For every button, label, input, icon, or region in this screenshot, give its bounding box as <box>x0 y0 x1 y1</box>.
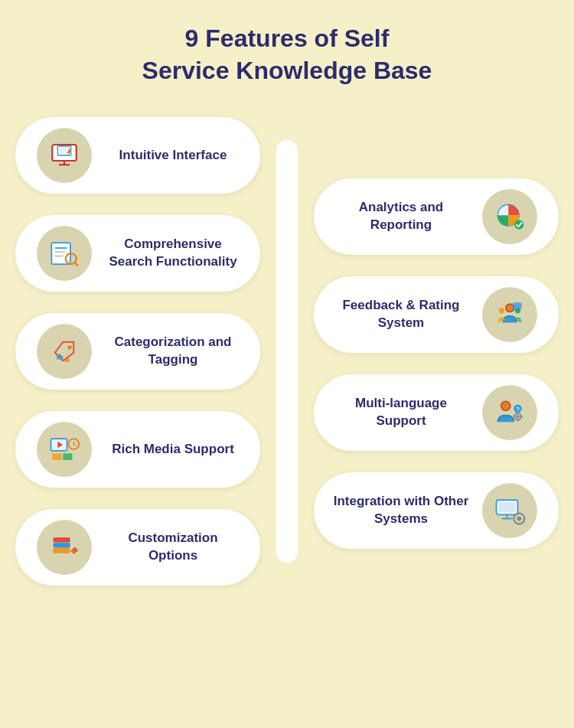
svg-rect-41 <box>499 503 515 512</box>
svg-rect-17 <box>63 453 72 460</box>
desktop-icon <box>48 139 80 171</box>
center-spine <box>276 140 298 563</box>
card-comprehensive-search: Comprehensive Search Functionality <box>15 215 260 292</box>
svg-line-10 <box>75 263 78 266</box>
svg-point-33 <box>516 415 519 418</box>
card-categorization: Categorization and Tagging <box>15 313 260 390</box>
svg-point-28 <box>499 308 504 313</box>
right-column: Analytics and Reporting Feedback & R <box>314 117 559 549</box>
label-intuitive-interface: Intuitive Interface <box>99 147 246 165</box>
label-integration: Integration with Other Systems <box>328 493 475 528</box>
search-icon <box>48 237 80 269</box>
label-analytics: Analytics and Reporting <box>328 199 475 234</box>
card-intuitive-interface: Intuitive Interface <box>15 117 260 194</box>
customize-icon <box>48 531 80 563</box>
label-feedback: Feedback & Rating System <box>328 297 475 332</box>
left-column: Intuitive Interface Comprehensive Search… <box>15 117 260 586</box>
label-rich-media: Rich Media Support <box>99 441 246 459</box>
svg-point-4 <box>68 149 71 152</box>
icon-circle-tag <box>37 324 92 379</box>
card-customization: Customization Options <box>15 509 260 586</box>
card-analytics: Analytics and Reporting <box>314 178 559 255</box>
page-title: 9 Features of Self Service Knowledge Bas… <box>142 23 432 87</box>
icon-circle-feedback <box>482 287 537 342</box>
svg-rect-22 <box>54 544 70 547</box>
label-categorization: Categorization and Tagging <box>99 334 246 369</box>
svg-rect-23 <box>54 549 70 553</box>
svg-point-11 <box>67 345 71 349</box>
media-icon <box>48 433 80 465</box>
svg-rect-12 <box>57 355 64 359</box>
svg-rect-16 <box>52 453 61 460</box>
svg-rect-5 <box>51 243 70 264</box>
svg-text:?: ? <box>516 406 520 413</box>
icon-circle-media <box>37 422 92 477</box>
integration-icon <box>494 495 526 527</box>
tag-icon <box>48 335 80 367</box>
svg-point-31 <box>501 401 510 410</box>
svg-line-52 <box>523 514 523 515</box>
svg-rect-21 <box>54 538 70 542</box>
svg-line-20 <box>73 444 76 446</box>
icon-circle-search <box>37 226 92 281</box>
icon-circle-analytics <box>482 189 537 244</box>
label-customization: Customization Options <box>99 530 246 565</box>
icon-circle-language: ? <box>482 385 537 440</box>
svg-point-45 <box>517 517 521 521</box>
chart-icon <box>494 201 526 233</box>
svg-rect-13 <box>64 358 70 362</box>
feedback-icon <box>494 299 526 331</box>
card-rich-media: Rich Media Support <box>15 411 260 488</box>
icon-circle-integration <box>482 483 537 538</box>
language-icon: ? <box>494 397 526 429</box>
icon-circle-customize <box>37 520 92 575</box>
svg-rect-30 <box>513 302 522 309</box>
label-multilanguage: Multi-language Support <box>328 395 475 430</box>
card-feedback: Feedback & Rating System <box>314 276 559 353</box>
diagram-container: Intuitive Interface Comprehensive Search… <box>15 117 559 586</box>
label-comprehensive-search: Comprehensive Search Functionality <box>99 236 246 271</box>
card-multilanguage: ? Multi-language Support <box>314 374 559 451</box>
card-integration: Integration with Other Systems <box>314 472 559 549</box>
svg-line-50 <box>515 514 516 515</box>
svg-line-51 <box>523 522 523 523</box>
icon-circle-intuitive <box>37 128 92 183</box>
svg-line-53 <box>515 522 516 523</box>
